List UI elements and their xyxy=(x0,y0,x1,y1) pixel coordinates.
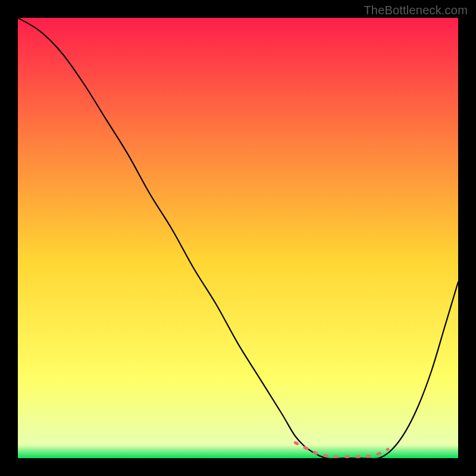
chart-container: TheBottleneck.com xyxy=(0,0,476,476)
chart-svg xyxy=(18,18,458,458)
watermark-text: TheBottleneck.com xyxy=(364,4,468,17)
chart-plot xyxy=(18,18,458,458)
